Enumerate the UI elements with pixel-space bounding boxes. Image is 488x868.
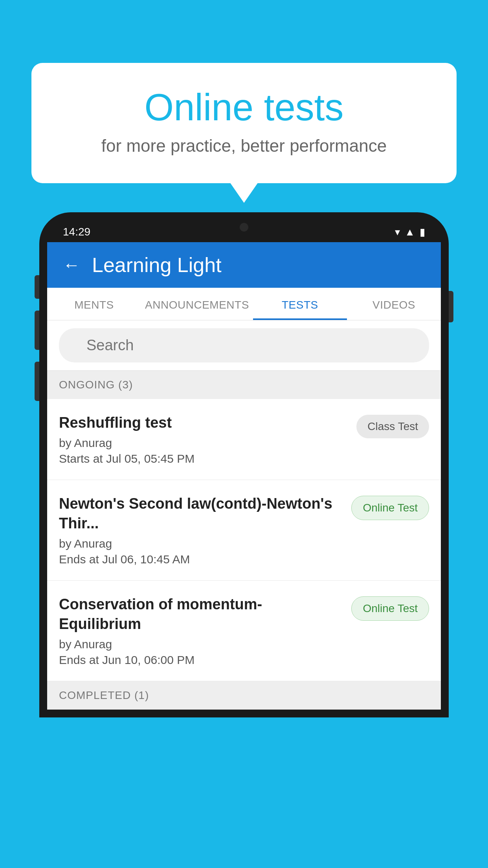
app-header: ← Learning Light bbox=[47, 242, 441, 288]
tab-bar: MENTS ANNOUNCEMENTS TESTS VIDEOS bbox=[47, 288, 441, 320]
tab-ments[interactable]: MENTS bbox=[47, 288, 141, 320]
bubble-title: Online tests bbox=[63, 86, 425, 128]
volume-up-button bbox=[35, 275, 39, 299]
phone-frame: 14:29 ▾ ▲ ▮ ← Learning Light MENTS ANNOU… bbox=[39, 212, 449, 717]
camera bbox=[240, 223, 248, 232]
test-by: by Anurag bbox=[59, 436, 349, 450]
search-input[interactable] bbox=[59, 328, 429, 362]
test-by: by Anurag bbox=[59, 638, 343, 651]
back-button[interactable]: ← bbox=[63, 255, 80, 275]
volume-down-button bbox=[35, 311, 39, 350]
ongoing-section-header: ONGOING (3) bbox=[47, 371, 441, 399]
online-test-badge: Online Test bbox=[351, 596, 429, 621]
signal-icon: ▲ bbox=[405, 226, 415, 238]
power-button bbox=[449, 291, 453, 322]
test-name: Conservation of momentum-Equilibrium bbox=[59, 595, 343, 634]
phone-screen: ← Learning Light MENTS ANNOUNCEMENTS TES… bbox=[47, 242, 441, 710]
class-test-badge: Class Test bbox=[356, 415, 429, 438]
test-date: Ends at Jul 06, 10:45 AM bbox=[59, 553, 343, 566]
test-date: Ends at Jun 10, 06:00 PM bbox=[59, 653, 343, 667]
wifi-icon: ▾ bbox=[395, 226, 400, 238]
test-name: Newton's Second law(contd)-Newton's Thir… bbox=[59, 494, 343, 533]
phone-wrapper: 14:29 ▾ ▲ ▮ ← Learning Light MENTS ANNOU… bbox=[39, 212, 449, 868]
test-item[interactable]: Reshuffling test by Anurag Starts at Jul… bbox=[47, 399, 441, 480]
phone-notch bbox=[220, 220, 268, 234]
search-wrapper: 🔍 bbox=[59, 328, 429, 362]
silent-button bbox=[35, 362, 39, 401]
app-title: Learning Light bbox=[92, 253, 222, 277]
battery-icon: ▮ bbox=[420, 226, 425, 238]
test-info: Newton's Second law(contd)-Newton's Thir… bbox=[59, 494, 343, 566]
tab-announcements[interactable]: ANNOUNCEMENTS bbox=[141, 288, 253, 320]
test-item[interactable]: Newton's Second law(contd)-Newton's Thir… bbox=[47, 480, 441, 581]
test-info: Reshuffling test by Anurag Starts at Jul… bbox=[59, 413, 349, 465]
status-bar: 14:29 ▾ ▲ ▮ bbox=[47, 220, 441, 242]
test-date: Starts at Jul 05, 05:45 PM bbox=[59, 452, 349, 465]
status-icons: ▾ ▲ ▮ bbox=[395, 226, 425, 238]
tab-tests[interactable]: TESTS bbox=[253, 288, 347, 320]
test-item[interactable]: Conservation of momentum-Equilibrium by … bbox=[47, 581, 441, 681]
search-container: 🔍 bbox=[47, 320, 441, 371]
bubble-subtitle: for more practice, better performance bbox=[63, 136, 425, 156]
status-time: 14:29 bbox=[63, 226, 90, 238]
test-name: Reshuffling test bbox=[59, 413, 349, 432]
tab-videos[interactable]: VIDEOS bbox=[347, 288, 441, 320]
online-test-badge: Online Test bbox=[351, 496, 429, 520]
test-info: Conservation of momentum-Equilibrium by … bbox=[59, 595, 343, 667]
test-by: by Anurag bbox=[59, 537, 343, 550]
completed-section-header: COMPLETED (1) bbox=[47, 681, 441, 710]
speech-bubble: Online tests for more practice, better p… bbox=[31, 63, 457, 183]
